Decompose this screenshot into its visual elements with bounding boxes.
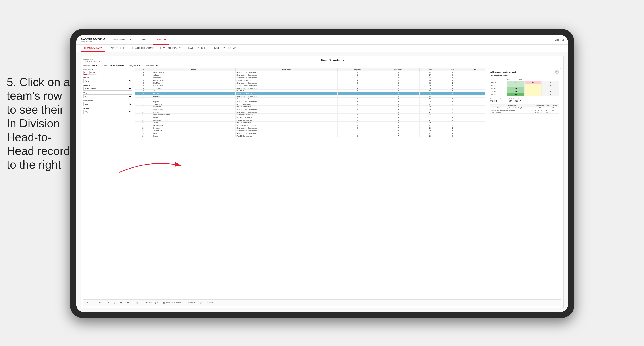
- sign-out[interactable]: Sign out: [555, 38, 564, 41]
- subnav-team-h2h-grid[interactable]: TEAM H2H GRID: [105, 45, 128, 52]
- td-num: 4: [135, 79, 152, 82]
- gender-filter-label: Gender: [84, 76, 132, 78]
- nav-committee[interactable]: COMMITTEE: [153, 35, 170, 45]
- table-row[interactable]: 12 Virginia Atlantic Coast Conference 3 …: [135, 100, 485, 103]
- redo-button[interactable]: ↪: [98, 301, 102, 304]
- table-row[interactable]: 22 Georgia Southeastern Conference 8 7 2…: [135, 127, 485, 130]
- td-school: Florida: [152, 111, 236, 114]
- table-row[interactable]: 20 Texas Big 12 Conference 3 7 20 3: [135, 122, 485, 124]
- min-rounds-input[interactable]: [84, 71, 90, 74]
- td-reg-rank: 5: [338, 132, 377, 135]
- school-filter-section: School (All): [84, 107, 132, 114]
- td-reg-rank: 6: [338, 98, 377, 100]
- h2h-stats-row: Opponents in division: 99.1% W-L-T recor…: [490, 98, 559, 103]
- td-win: [464, 95, 485, 98]
- table-row[interactable]: 1 North Carolina Atlantic Coast Conferen…: [135, 71, 485, 74]
- left-panel: Minimum Rou... –: [84, 68, 132, 299]
- subnav-team-summary[interactable]: TEAM SUMMARY: [80, 45, 105, 52]
- td-win: [464, 106, 485, 108]
- toolbar-sep-3: [142, 301, 142, 305]
- td-conf-rank: 9: [377, 111, 420, 114]
- td-conf: Atlantic Coast Conference: [236, 71, 338, 74]
- save-custom-view-button[interactable]: 💾 Save Custom View: [162, 301, 182, 304]
- table-row[interactable]: 11 Arkansas Southeastern Conference 6 8 …: [135, 98, 485, 100]
- td-tour: 1: [441, 84, 464, 87]
- table-row[interactable]: 17 East Tennessee State Southern Confere…: [135, 114, 485, 116]
- clock-button[interactable]: 🕐: [136, 301, 139, 304]
- td-num: 1: [135, 71, 152, 74]
- table-row[interactable]: 9 Arizona Pac-12 Conference 5 8 24 1: [135, 92, 485, 95]
- table-row[interactable]: 13 Texas Tech Big 12 Conference 1 9 27 2: [135, 103, 485, 106]
- min-rounds-slider[interactable]: [84, 74, 97, 75]
- table-row[interactable]: 25 Oregon Pac-12 Conference 5 7 21 0: [135, 135, 485, 138]
- table-row[interactable]: 3 Vanderbilt Southeastern Conference 2 8…: [135, 76, 485, 79]
- add-button[interactable]: ➕: [119, 301, 123, 304]
- table-row[interactable]: 14 Oklahoma Big 12 Conference 2 9 26 2: [135, 106, 485, 108]
- th-school: School: [152, 68, 236, 71]
- subnav-team-h2h-heatmap[interactable]: TEAM H2H HEATMAP: [128, 45, 157, 52]
- td-rds: 23: [420, 76, 441, 79]
- tournament-type: Match Play: [534, 107, 545, 109]
- gender-select[interactable]: Men's Women's: [84, 79, 132, 83]
- share-button[interactable]: ↗ Share: [206, 301, 214, 304]
- td-tour: 3: [441, 122, 464, 124]
- td-rds: 26: [420, 79, 441, 82]
- conference-select[interactable]: (All): [84, 102, 132, 106]
- watch-button[interactable]: 👁 Watch: [188, 301, 196, 304]
- td-school: Illinois: [152, 116, 236, 119]
- school-select[interactable]: (All): [84, 110, 132, 114]
- td-reg-rank: 7: [338, 111, 377, 114]
- td-num: 14: [135, 106, 152, 108]
- h2h-loss-cell: 0: [524, 93, 542, 96]
- nav-teams[interactable]: TEAMS: [138, 35, 148, 45]
- td-num: 25: [135, 135, 152, 138]
- table-row[interactable]: 2 Auburn Southeastern Conference 1 9 27 …: [135, 74, 485, 76]
- td-school: Georgia: [152, 127, 236, 130]
- table-row[interactable]: 18 Illinois Big Ten Conference 1 9 23 3: [135, 116, 485, 119]
- paste-button[interactable]: 📋: [112, 301, 116, 304]
- copy-button[interactable]: ⎘: [107, 301, 110, 304]
- region-select[interactable]: N/A: [84, 94, 132, 98]
- table-row[interactable]: 16 Florida Southeastern Conference 7 9 2…: [135, 111, 485, 114]
- td-rds: 27: [420, 74, 441, 76]
- view-original-button[interactable]: 👁 View: Original: [145, 301, 160, 304]
- subnav-player-h2h-heatmap[interactable]: PLAYER H2H HEATMAP: [210, 45, 240, 52]
- min-rounds-label: Minimum Rou...: [84, 68, 132, 70]
- table-row[interactable]: 23 Texas A&M Southeastern Conference 9 1…: [135, 130, 485, 132]
- subnav-player-summary[interactable]: PLAYER SUMMARY: [157, 45, 184, 52]
- td-conf-rank: 9: [377, 124, 420, 127]
- toolbar-sep-1: [104, 301, 104, 305]
- min-rounds-max-input[interactable]: [92, 71, 98, 74]
- update-time: Update time: 27/03/2024 16:56:26: [84, 59, 100, 62]
- table-row[interactable]: 7 Tennessee Southeastern Conference 4 6 …: [135, 87, 485, 90]
- table-row[interactable]: 5 Ole Miss Southeastern Conference 3 6 1…: [135, 82, 485, 84]
- subnav-player-h2h-grid[interactable]: PLAYER H2H GRID: [184, 45, 210, 52]
- table-row[interactable]: 21 New Mexico Mountain West Conference 1…: [135, 124, 485, 127]
- td-tour: 1: [441, 100, 464, 103]
- table-row[interactable]: 19 California Pac-12 Conference 4 8 24 2: [135, 119, 485, 122]
- td-conf-rank: 8: [377, 95, 420, 98]
- td-tour: 1: [441, 130, 464, 132]
- table-row[interactable]: 15 Georgia Tech Atlantic Coast Conferenc…: [135, 108, 485, 111]
- td-num: 24: [135, 132, 152, 135]
- table-row[interactable]: 4 Arizona State Pac-12 Conference 4 6 26…: [135, 79, 485, 82]
- td-reg-rank: 4: [338, 87, 377, 90]
- table-row[interactable]: 6 Florida State Atlantic Coast Conferenc…: [135, 84, 485, 87]
- td-conf-rank: 8: [377, 98, 420, 100]
- td-num: 10: [135, 95, 152, 98]
- td-school: North Carolina: [152, 71, 236, 74]
- h2h-close-button[interactable]: ✕: [555, 70, 559, 74]
- subtract-button[interactable]: ➖: [126, 301, 130, 304]
- td-num: 22: [135, 127, 152, 130]
- pause-button[interactable]: ⏸: [92, 301, 96, 304]
- toolbar-sep-2: [132, 301, 133, 305]
- table-row[interactable]: 8 Washington Pac-12 Conference 2 8 23 1: [135, 90, 485, 92]
- table-row[interactable]: 10 Alabama Southeastern Conference 5 8 2…: [135, 95, 485, 98]
- td-conf-rank: 8: [377, 92, 420, 95]
- nav-tournaments[interactable]: TOURNAMENTS: [112, 35, 132, 45]
- comment-button[interactable]: 💬: [199, 301, 203, 304]
- undo-button[interactable]: ↩: [86, 301, 90, 304]
- table-row[interactable]: 24 Duke Atlantic Coast Conference 5 9 27…: [135, 132, 485, 135]
- division-select[interactable]: NCAA Division I NCAA Division II NCAA Di…: [84, 87, 132, 91]
- td-conf: Pac-12 Conference: [236, 79, 338, 82]
